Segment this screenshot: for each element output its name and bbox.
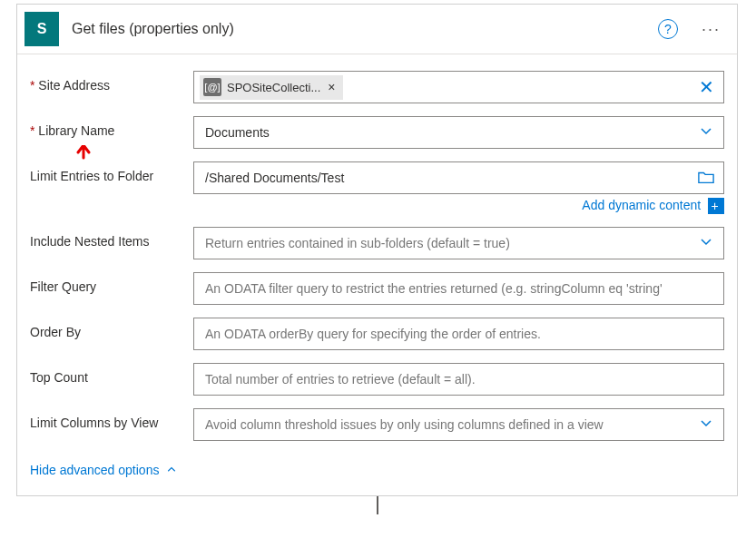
chevron-down-icon[interactable] <box>692 234 720 252</box>
label-top-count: Top Count <box>30 363 193 385</box>
card-header: S Get files (properties only) ? ··· <box>17 5 737 54</box>
field-library-name: * Library Name Documents <box>30 116 724 149</box>
help-icon[interactable]: ? <box>658 19 678 39</box>
library-name-dropdown[interactable]: Documents <box>193 116 724 149</box>
more-icon[interactable]: ··· <box>698 20 724 39</box>
filter-query-input[interactable] <box>193 272 724 305</box>
clear-icon[interactable]: ✕ <box>692 76 720 98</box>
sharepoint-logo-icon: S <box>25 12 59 46</box>
limit-columns-dropdown[interactable] <box>193 408 724 441</box>
label-limit-columns: Limit Columns by View <box>30 408 193 430</box>
chevron-down-icon[interactable] <box>692 416 720 434</box>
label-filter-query: Filter Query <box>30 272 193 294</box>
site-address-input[interactable]: [@] SPOSiteCollecti... × ✕ <box>193 71 724 103</box>
label-limit-folder: Limit Entries to Folder <box>30 161 193 183</box>
include-nested-input[interactable] <box>200 236 692 250</box>
include-nested-dropdown[interactable] <box>193 227 724 259</box>
card-title: Get files (properties only) <box>72 21 658 37</box>
order-by-input[interactable] <box>193 318 724 350</box>
remove-token-icon[interactable]: × <box>328 80 335 94</box>
card-body: * Site Address [@] SPOSiteCollecti... × … <box>17 54 737 495</box>
advanced-toggle-label: Hide advanced options <box>30 463 159 477</box>
field-filter-query: Filter Query <box>30 272 724 305</box>
add-dynamic-content-row: Add dynamic content + <box>193 198 724 214</box>
order-by-text[interactable] <box>200 327 720 341</box>
token-text: SPOSiteCollecti... <box>227 81 320 94</box>
field-limit-folder: Limit Entries to Folder <box>30 161 724 194</box>
dynamic-content-token[interactable]: [@] SPOSiteCollecti... × <box>200 75 343 100</box>
top-count-text[interactable] <box>200 372 720 386</box>
add-dynamic-plus-icon[interactable]: + <box>708 198 724 214</box>
top-count-input[interactable] <box>193 363 724 396</box>
filter-query-text[interactable] <box>200 281 720 296</box>
label-library-name: * Library Name <box>30 116 193 138</box>
limit-columns-input[interactable] <box>200 417 692 432</box>
label-order-by: Order By <box>30 318 193 339</box>
limit-folder-input[interactable] <box>193 161 724 194</box>
advanced-options-toggle[interactable]: Hide advanced options <box>30 463 177 477</box>
field-order-by: Order By <box>30 318 724 350</box>
field-site-address: * Site Address [@] SPOSiteCollecti... × … <box>30 71 724 103</box>
field-limit-columns: Limit Columns by View <box>30 408 724 441</box>
field-top-count: Top Count <box>30 363 724 396</box>
folder-picker-icon[interactable] <box>692 170 720 187</box>
flow-connector <box>16 496 738 514</box>
variable-icon: [@] <box>203 78 221 96</box>
label-site-address: * Site Address <box>30 71 193 93</box>
chevron-up-icon <box>166 464 177 477</box>
action-card: S Get files (properties only) ? ··· * Si… <box>16 4 738 496</box>
label-include-nested: Include Nested Items <box>30 227 193 249</box>
library-name-value: Documents <box>200 125 692 140</box>
add-dynamic-content-link[interactable]: Add dynamic content <box>582 198 701 212</box>
field-include-nested: Include Nested Items <box>30 227 724 259</box>
chevron-down-icon[interactable] <box>692 123 720 142</box>
limit-folder-text[interactable] <box>200 171 692 185</box>
